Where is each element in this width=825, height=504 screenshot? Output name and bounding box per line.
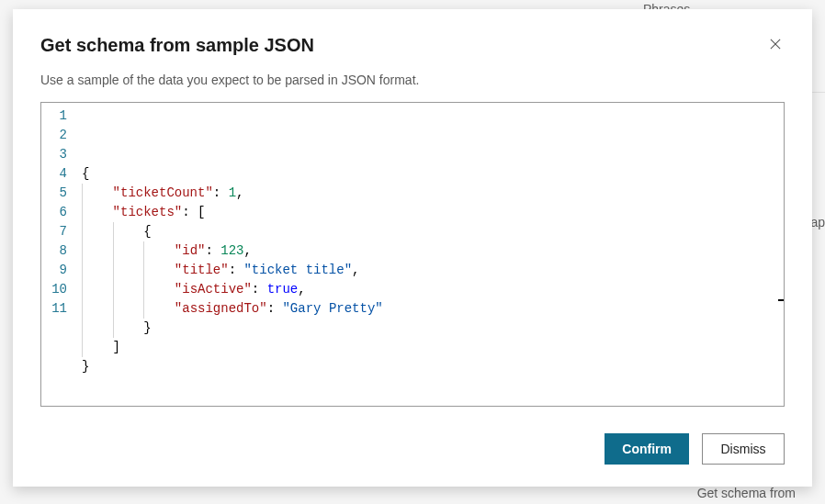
- line-number: 5: [41, 184, 67, 203]
- line-number: 11: [41, 299, 67, 319]
- line-number: 2: [41, 126, 67, 145]
- cursor-indicator: [778, 299, 784, 301]
- line-number: 9: [41, 261, 67, 280]
- code-line: "id": 123,: [82, 241, 784, 261]
- line-number: 1: [41, 106, 67, 126]
- dialog-title: Get schema from sample JSON: [40, 35, 314, 56]
- bg-ap-fragment: ap: [810, 215, 825, 230]
- close-icon: [770, 38, 781, 50]
- confirm-button[interactable]: Confirm: [605, 433, 689, 465]
- code-line: ]: [82, 338, 784, 357]
- code-line: "isActive": true,: [82, 280, 784, 299]
- close-button[interactable]: [766, 35, 785, 53]
- get-schema-dialog: Get schema from sample JSON Use a sample…: [13, 9, 812, 487]
- dialog-footer: Confirm Dismiss: [40, 415, 785, 465]
- line-number: 10: [41, 280, 67, 299]
- code-line: "tickets": [: [82, 203, 784, 222]
- line-number: 7: [41, 222, 67, 241]
- bg-divider: [812, 92, 825, 93]
- dialog-header: Get schema from sample JSON: [40, 35, 785, 56]
- bg-get-schema-label: Get schema from: [697, 486, 796, 500]
- line-number-gutter: 1234567891011: [41, 103, 74, 406]
- code-area[interactable]: { "ticketCount": 1, "tickets": [ { "id":…: [74, 103, 784, 406]
- dismiss-button[interactable]: Dismiss: [702, 433, 785, 465]
- dialog-subtitle: Use a sample of the data you expect to b…: [40, 73, 785, 87]
- code-line: {: [82, 222, 784, 241]
- line-number: 8: [41, 241, 67, 261]
- json-editor[interactable]: 1234567891011 { "ticketCount": 1, "ticke…: [40, 102, 785, 407]
- code-line: "title": "ticket title",: [82, 261, 784, 280]
- code-line: "ticketCount": 1,: [82, 184, 784, 203]
- code-line: }: [82, 319, 784, 338]
- line-number: 3: [41, 145, 67, 164]
- line-number: 6: [41, 203, 67, 222]
- line-number: 4: [41, 164, 67, 184]
- code-line: "assignedTo": "Gary Pretty": [82, 299, 784, 319]
- code-line: {: [82, 164, 784, 184]
- code-line: }: [82, 357, 784, 376]
